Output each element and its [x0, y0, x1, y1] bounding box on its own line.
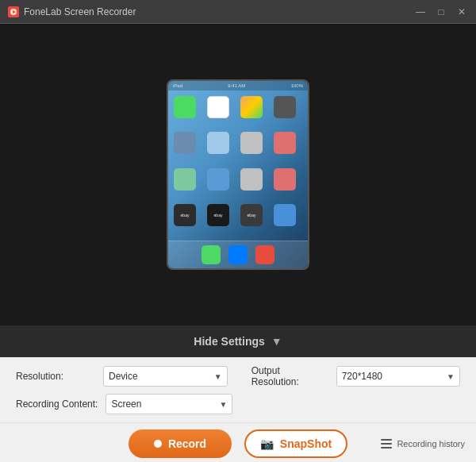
output-resolution-select[interactable]: 720*1480 ▼	[336, 366, 460, 387]
app-12	[273, 167, 297, 191]
output-resolution-dropdown-arrow: ▼	[447, 372, 455, 381]
settings-panel: Resolution: Device ▼ Output Resolution: …	[0, 357, 476, 422]
app-6	[206, 131, 230, 155]
app-photos	[240, 95, 263, 119]
app-ebay1: ebay	[173, 203, 197, 227]
ipad-dock	[168, 241, 308, 268]
app-16	[273, 203, 297, 227]
ipad-preview: iPad 9:41 AM 100%	[167, 79, 309, 270]
app-ebay3: ebay	[240, 203, 263, 227]
output-resolution-value: 720*1480	[342, 371, 382, 382]
resolution-row: Resolution: Device ▼ Output Resolution: …	[16, 365, 460, 387]
app-10	[206, 167, 230, 191]
record-label: Record	[168, 437, 206, 450]
minimize-button[interactable]: —	[414, 6, 427, 18]
record-button[interactable]: Record	[129, 429, 232, 458]
ipad-status-right: 100%	[291, 83, 303, 88]
recording-history-button[interactable]: Recording history	[381, 439, 465, 449]
title-bar: FoneLab Screen Recorder — □ ✕	[0, 0, 476, 24]
recording-content-label: Recording Content:	[16, 398, 98, 410]
app-9	[173, 167, 197, 191]
dock-app-2	[228, 245, 248, 264]
resolution-dropdown-arrow: ▼	[214, 372, 222, 381]
output-resolution-label: Output Resolution:	[251, 365, 328, 387]
menu-icon	[381, 439, 392, 449]
app-11	[240, 167, 263, 191]
preview-area: iPad 9:41 AM 100%	[0, 24, 476, 325]
app-icon	[8, 6, 19, 17]
app-calendar	[206, 95, 230, 119]
record-dot-icon	[154, 440, 162, 448]
window-controls: — □ ✕	[414, 6, 468, 18]
app-camera	[273, 95, 297, 119]
resolution-label: Resolution:	[16, 371, 95, 382]
app-5	[173, 131, 197, 155]
recording-content-value: Screen	[111, 398, 141, 410]
recording-content-select[interactable]: Screen ▼	[106, 394, 232, 414]
output-resolution-group: Output Resolution: 720*1480 ▼	[251, 365, 460, 387]
ipad-screen: iPad 9:41 AM 100%	[168, 81, 308, 268]
app-8	[273, 131, 297, 155]
ipad-status-left: iPad	[173, 83, 182, 88]
app-settings	[240, 131, 263, 155]
maximize-button[interactable]: □	[435, 6, 447, 18]
ipad-status-center: 9:41 AM	[228, 83, 245, 88]
app-ebay2: ebay	[206, 203, 230, 227]
hide-settings-toggle[interactable]: Hide Settings ▼	[0, 325, 476, 357]
hide-settings-label: Hide Settings	[194, 335, 264, 348]
resolution-select[interactable]: Device ▼	[103, 366, 228, 387]
snapshot-label: SnapShot	[280, 437, 332, 450]
dock-app-1	[202, 245, 221, 264]
ipad-status-bar: iPad 9:41 AM 100%	[168, 81, 308, 90]
title-bar-left: FoneLab Screen Recorder	[8, 6, 136, 17]
apps-grid: ebay ebay ebay	[168, 90, 308, 241]
camera-icon: 📷	[260, 437, 274, 450]
resolution-value: Device	[109, 371, 138, 382]
chevron-down-icon: ▼	[271, 335, 282, 348]
action-bar: Record 📷 SnapShot Recording history	[0, 422, 476, 462]
recording-content-dropdown-arrow: ▼	[220, 400, 228, 409]
app-facetime	[173, 95, 197, 119]
app-title: FoneLab Screen Recorder	[24, 6, 136, 17]
recording-history-label: Recording history	[397, 439, 465, 449]
dock-app-3	[255, 245, 274, 264]
close-button[interactable]: ✕	[455, 6, 468, 18]
recording-content-row: Recording Content: Screen ▼	[16, 394, 460, 414]
snapshot-button[interactable]: 📷 SnapShot	[244, 429, 347, 458]
